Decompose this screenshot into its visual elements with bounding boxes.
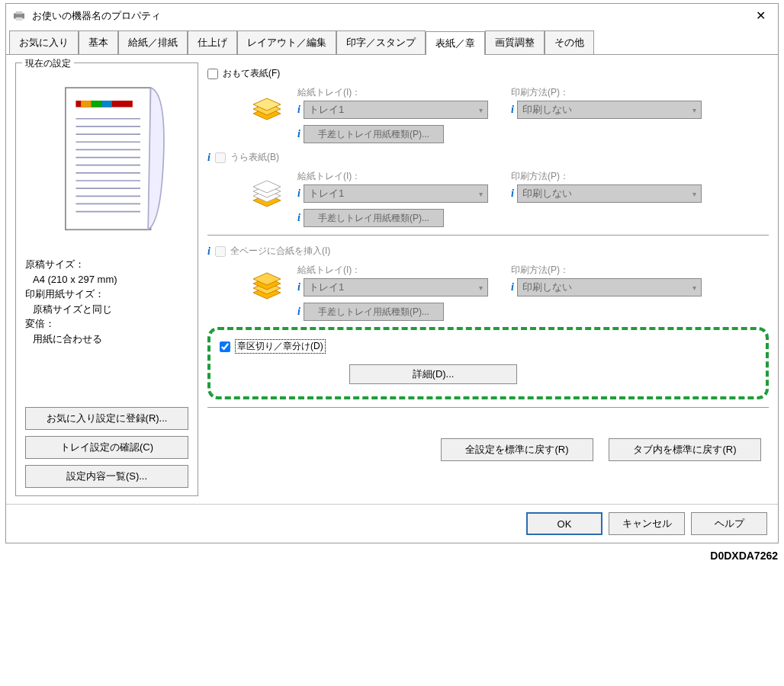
chapter-label: 章区切り／章分け(D): [235, 339, 326, 354]
slip-print-label: 印刷方法(P)：: [511, 264, 702, 277]
tab-quality[interactable]: 画質調整: [485, 30, 545, 54]
front-print-combo: 印刷しない▾: [517, 101, 702, 119]
spec-size-label: 原稿サイズ：: [25, 257, 188, 272]
close-icon[interactable]: ✕: [750, 8, 772, 23]
tab-basic[interactable]: 基本: [79, 30, 118, 54]
spec-zoom-label: 変倍：: [25, 316, 188, 332]
preview-fieldset: 現在の設定 原稿サイズ： A4 (210 x 297 mm) 印刷用紙サイズ： …: [15, 63, 198, 496]
tab-bar: お気に入り 基本 給紙／排紙 仕上げ レイアウト／編集 印字／スタンプ 表紙／章…: [6, 27, 778, 54]
svg-rect-3: [66, 88, 151, 229]
front-tray-combo: トレイ1▾: [304, 101, 488, 119]
info-icon[interactable]: i: [297, 104, 300, 116]
svg-rect-7: [101, 101, 112, 107]
spec-text: 原稿サイズ： A4 (210 x 297 mm) 印刷用紙サイズ： 原稿サイズと…: [22, 257, 191, 346]
help-button[interactable]: ヘルプ: [691, 512, 767, 535]
chevron-down-icon: ▾: [692, 190, 696, 198]
info-icon[interactable]: i: [297, 212, 300, 224]
slip-bypass-button: 手差しトレイ用紙種類(P)...: [304, 303, 444, 321]
paper-stack-slip-icon: [246, 264, 288, 306]
ok-button[interactable]: OK: [526, 512, 602, 535]
printer-icon: [12, 11, 26, 21]
front-cover-label: おもて表紙(F): [223, 67, 280, 80]
dialog-button-row: OK キャンセル ヘルプ: [6, 504, 778, 543]
chapter-checkbox[interactable]: [220, 341, 230, 352]
back-tray-label: 給紙トレイ(I)：: [297, 170, 488, 183]
spec-print-label: 印刷用紙サイズ：: [25, 287, 188, 302]
svg-rect-6: [92, 101, 102, 107]
content: 現在の設定 原稿サイズ： A4 (210 x 297 mm) 印刷用紙サイズ： …: [6, 54, 778, 504]
front-print-label: 印刷方法(P)：: [511, 86, 702, 99]
tab-paper[interactable]: 給紙／排紙: [118, 30, 188, 54]
back-print-label: 印刷方法(P)：: [511, 170, 702, 183]
window-title: お使いの機器名のプロパティ: [32, 9, 750, 23]
main-column: おもて表紙(F) 給紙トレイ(I)： i トレイ1▾ 印刷方法: [207, 63, 769, 496]
spec-zoom-value: 用紙に合わせる: [25, 332, 188, 347]
info-icon[interactable]: i: [297, 306, 300, 318]
back-cover-checkbox: [215, 152, 226, 163]
slip-tray-label: 給紙トレイ(I)：: [297, 264, 488, 277]
info-icon[interactable]: i: [297, 128, 300, 140]
tab-favorites[interactable]: お気に入り: [9, 30, 79, 54]
titlebar: お使いの機器名のプロパティ ✕: [6, 4, 778, 27]
preview-column: 現在の設定 原稿サイズ： A4 (210 x 297 mm) 印刷用紙サイズ： …: [15, 63, 198, 496]
svg-rect-5: [81, 101, 92, 107]
back-cover-label: うら表紙(B): [230, 151, 279, 164]
tab-cover[interactable]: 表紙／章: [426, 31, 485, 55]
paper-stack-yellow-icon: [246, 86, 288, 129]
settings-list-button[interactable]: 設定内容一覧(S)...: [25, 465, 188, 488]
chevron-down-icon: ▾: [479, 190, 483, 198]
info-icon[interactable]: i: [511, 188, 514, 200]
paper-stack-back-icon: [246, 170, 288, 213]
svg-rect-2: [16, 17, 23, 20]
chevron-down-icon: ▾: [479, 284, 483, 292]
chevron-down-icon: ▾: [479, 106, 483, 114]
svg-rect-1: [16, 11, 23, 14]
cancel-button[interactable]: キャンセル: [609, 512, 685, 535]
tab-other[interactable]: その他: [545, 30, 594, 54]
front-tray-label: 給紙トレイ(I)：: [297, 86, 488, 99]
chapter-highlight: 章区切り／章分け(D) 詳細(D)...: [207, 327, 769, 399]
spec-print-value: 原稿サイズと同じ: [25, 302, 188, 317]
slip-tray-combo: トレイ1▾: [304, 278, 488, 297]
divider: [207, 407, 769, 408]
chevron-down-icon: ▾: [692, 106, 696, 114]
reset-row: 全設定を標準に戻す(R) タブ内を標準に戻す(R): [207, 438, 769, 461]
register-favorite-button[interactable]: お気に入り設定に登録(R)...: [25, 407, 188, 430]
preview-button-stack: お気に入り設定に登録(R)... トレイ設定の確認(C) 設定内容一覧(S)..…: [22, 407, 191, 488]
chapter-details-button[interactable]: 詳細(D)...: [349, 364, 517, 384]
tab-stamp[interactable]: 印字／スタンプ: [336, 30, 426, 54]
back-bypass-button: 手差しトレイ用紙種類(P)...: [304, 209, 444, 227]
preview-legend: 現在の設定: [22, 57, 74, 70]
tab-layout[interactable]: レイアウト／編集: [237, 30, 336, 54]
dialog-window: お使いの機器名のプロパティ ✕ お気に入り 基本 給紙／排紙 仕上げ レイアウト…: [5, 3, 779, 543]
reset-all-button[interactable]: 全設定を標準に戻す(R): [441, 438, 593, 461]
slip-print-combo: 印刷しない▾: [517, 278, 702, 297]
spec-size-value: A4 (210 x 297 mm): [25, 272, 188, 287]
info-icon[interactable]: i: [297, 281, 300, 293]
info-icon[interactable]: i: [297, 188, 300, 200]
slipsheet-label: 全ページに合紙を挿入(I): [230, 245, 330, 258]
front-cover-head: おもて表紙(F): [207, 66, 769, 82]
info-icon[interactable]: i: [207, 245, 210, 258]
page-preview-icon: [38, 80, 175, 248]
info-icon[interactable]: i: [207, 152, 210, 164]
front-cover-section: おもて表紙(F) 給紙トレイ(I)： i トレイ1▾ 印刷方法: [207, 66, 769, 143]
reset-tab-button[interactable]: タブ内を標準に戻す(R): [609, 438, 761, 461]
slipsheet-checkbox: [215, 246, 226, 257]
slipsheet-section: i 全ページに合紙を挿入(I) 給紙トレイ(I)： i トレイ1▾: [207, 243, 769, 321]
info-icon[interactable]: i: [511, 281, 514, 293]
tab-finish[interactable]: 仕上げ: [188, 30, 237, 54]
info-icon[interactable]: i: [511, 104, 514, 116]
check-tray-button[interactable]: トレイ設定の確認(C): [25, 436, 188, 459]
back-cover-head: i うら表紙(B): [207, 149, 769, 165]
back-tray-combo: トレイ1▾: [304, 184, 488, 203]
chevron-down-icon: ▾: [692, 284, 696, 292]
chapter-head: 章区切り／章分け(D): [220, 338, 757, 355]
front-cover-checkbox[interactable]: [207, 69, 218, 79]
divider: [207, 235, 769, 236]
front-bypass-button: 手差しトレイ用紙種類(P)...: [304, 125, 444, 143]
back-print-combo: 印刷しない▾: [517, 184, 702, 203]
slipsheet-head: i 全ページに合紙を挿入(I): [207, 243, 769, 259]
footer-code: D0DXDA7262: [0, 547, 784, 565]
back-cover-section: i うら表紙(B) 給紙トレイ(I)： i トレイ1▾: [207, 149, 769, 227]
